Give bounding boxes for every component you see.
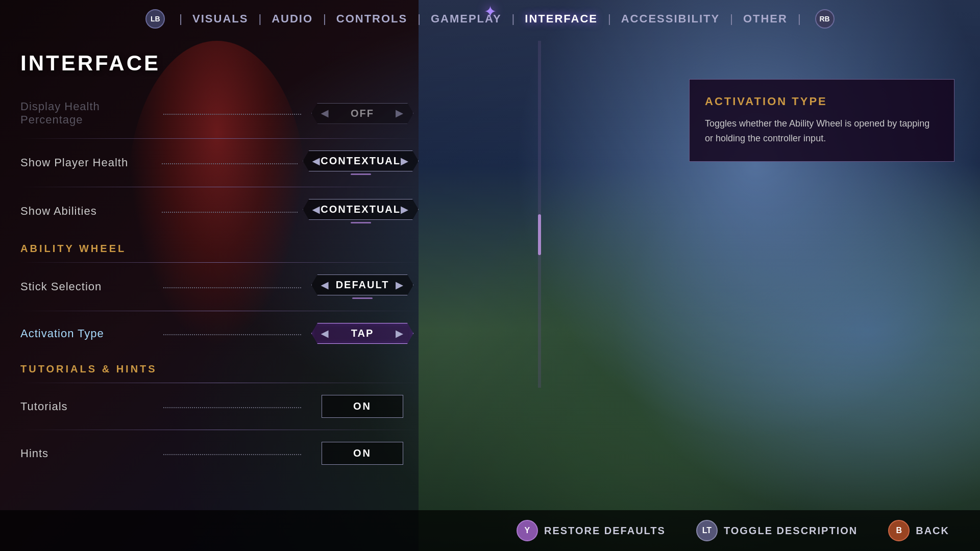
setting-label-player-health: Show Player Health [20, 156, 157, 169]
control-show-abilities: ◀ CONTEXTUAL ▶ [303, 199, 419, 223]
arrow-right-show-abilities[interactable]: ▶ [401, 204, 409, 215]
nav-item-controls[interactable]: CONTROLS [330, 10, 413, 28]
divider-3 [20, 262, 419, 263]
selector-stick-selection[interactable]: ◀ DEFAULT ▶ [311, 274, 413, 295]
button-tutorials[interactable]: ON [322, 395, 403, 418]
dots-player-health [162, 163, 298, 164]
scroll-bar[interactable] [538, 41, 541, 388]
value-stick-selection: DEFAULT [336, 279, 389, 291]
info-description: Toggles whether the Ability Wheel is ope… [705, 116, 939, 146]
control-activation-type: ◀ TAP ▶ [306, 323, 419, 344]
back-label: BACK [916, 525, 949, 537]
dots-display-health [163, 114, 301, 115]
selector-activation-type[interactable]: ◀ TAP ▶ [311, 323, 413, 344]
scroll-thumb [538, 214, 541, 255]
settings-list: Display Health Percentage ◀ OFF ▶ Show P… [20, 91, 419, 474]
btn-lt-icon: LT [696, 520, 718, 541]
setting-row-show-abilities: Show Abilities ◀ CONTEXTUAL ▶ [20, 190, 419, 233]
setting-label-display-health: Display Health Percentage [20, 100, 158, 127]
nav-sep-8: | [798, 12, 801, 26]
nav-sep-1: | [179, 12, 182, 26]
toggle-description-action[interactable]: LT TOGGLE DESCRIPTION [696, 520, 857, 541]
dots-tutorials [163, 407, 301, 408]
section-header-tutorials: TUTORIALS & HINTS [20, 353, 419, 380]
nav-sep-2: | [258, 12, 261, 26]
restore-defaults-action[interactable]: Y RESTORE DEFAULTS [517, 520, 666, 541]
nav-lb-button[interactable]: LB [145, 9, 165, 29]
selector-show-abilities[interactable]: ◀ CONTEXTUAL ▶ [303, 199, 419, 220]
control-player-health: ◀ CONTEXTUAL ▶ [303, 151, 419, 175]
setting-row-display-health: Display Health Percentage ◀ OFF ▶ [20, 91, 419, 136]
setting-label-hints: Hints [20, 447, 158, 460]
nav-star-icon: ✦ [484, 3, 497, 20]
nav-item-visuals[interactable]: VISUALS [186, 10, 254, 28]
setting-row-player-health: Show Player Health ◀ CONTEXTUAL ▶ [20, 141, 419, 184]
arrow-left-show-abilities[interactable]: ◀ [312, 204, 321, 215]
value-player-health: CONTEXTUAL [321, 155, 401, 167]
setting-row-stick-selection: Stick Selection ◀ DEFAULT ▶ [20, 265, 419, 308]
nav-sep-4: | [418, 12, 421, 26]
nav-item-interface[interactable]: INTERFACE [519, 10, 604, 28]
control-display-health: ◀ OFF ▶ [306, 103, 419, 124]
arrow-left-player-health[interactable]: ◀ [312, 156, 321, 167]
left-panel: INTERFACE Display Health Percentage ◀ OF… [0, 41, 439, 531]
setting-label-activation-type: Activation Type [20, 327, 158, 340]
restore-defaults-label: RESTORE DEFAULTS [544, 525, 666, 537]
arrow-right-player-health[interactable]: ▶ [401, 156, 409, 167]
top-nav: LB | VISUALS | AUDIO | CONTROLS | GAMEPL… [0, 0, 980, 34]
btn-y-icon: Y [517, 520, 538, 541]
divider-2 [20, 187, 419, 187]
setting-row-hints: Hints ON [20, 433, 419, 474]
setting-label-show-abilities: Show Abilities [20, 205, 157, 218]
value-activation-type: TAP [351, 328, 374, 339]
setting-label-tutorials: Tutorials [20, 400, 158, 413]
control-hints: ON [306, 442, 419, 465]
nav-sep-6: | [608, 12, 611, 26]
page-title: INTERFACE [20, 51, 419, 76]
btn-b-icon: B [888, 520, 910, 541]
dots-show-abilities [162, 212, 298, 213]
arrow-left-activation-type[interactable]: ◀ [321, 328, 329, 339]
setting-label-stick-selection: Stick Selection [20, 280, 158, 293]
info-box: ACTIVATION TYPE Toggles whether the Abil… [689, 79, 954, 162]
toggle-description-label: TOGGLE DESCRIPTION [724, 525, 857, 537]
nav-sep-5: | [512, 12, 515, 26]
arrow-right-activation-type[interactable]: ▶ [396, 328, 404, 339]
right-info-panel: ACTIVATION TYPE Toggles whether the Abil… [689, 79, 954, 162]
selector-bar-player-health [351, 173, 371, 175]
nav-sep-7: | [730, 12, 733, 26]
section-header-ability-wheel: ABILITY WHEEL [20, 233, 419, 260]
value-show-abilities: CONTEXTUAL [321, 204, 401, 215]
arrow-left-stick-selection[interactable]: ◀ [321, 280, 329, 291]
divider-5 [20, 383, 419, 383]
setting-row-tutorials: Tutorials ON [20, 386, 419, 427]
dots-activation-type [163, 334, 301, 335]
divider-4 [20, 311, 419, 311]
divider-6 [20, 430, 419, 430]
nav-item-accessibility[interactable]: ACCESSIBILITY [615, 10, 726, 28]
selector-player-health[interactable]: ◀ CONTEXTUAL ▶ [303, 151, 419, 171]
nav-sep-3: | [323, 12, 326, 26]
control-stick-selection: ◀ DEFAULT ▶ [306, 274, 419, 299]
selector-display-health[interactable]: ◀ OFF ▶ [311, 103, 413, 124]
value-display-health: OFF [351, 108, 374, 119]
control-tutorials: ON [306, 395, 419, 418]
nav-item-other[interactable]: OTHER [737, 10, 794, 28]
setting-row-activation-type: Activation Type ◀ TAP ▶ [20, 314, 419, 353]
dots-stick-selection [163, 287, 301, 288]
selector-bar-stick-selection [352, 297, 373, 299]
button-hints[interactable]: ON [322, 442, 403, 465]
dots-hints [163, 454, 301, 455]
nav-rb-button[interactable]: RB [815, 9, 835, 29]
back-action[interactable]: B BACK [888, 520, 949, 541]
divider-1 [20, 138, 419, 139]
arrow-left-display-health[interactable]: ◀ [321, 108, 329, 119]
bottom-bar: Y RESTORE DEFAULTS LT TOGGLE DESCRIPTION… [0, 510, 980, 551]
nav-item-audio[interactable]: AUDIO [265, 10, 319, 28]
content: LB | VISUALS | AUDIO | CONTROLS | GAMEPL… [0, 0, 980, 551]
info-title: ACTIVATION TYPE [705, 95, 939, 108]
arrow-right-stick-selection[interactable]: ▶ [396, 280, 404, 291]
selector-bar-show-abilities [351, 222, 371, 223]
arrow-right-display-health[interactable]: ▶ [396, 108, 404, 119]
